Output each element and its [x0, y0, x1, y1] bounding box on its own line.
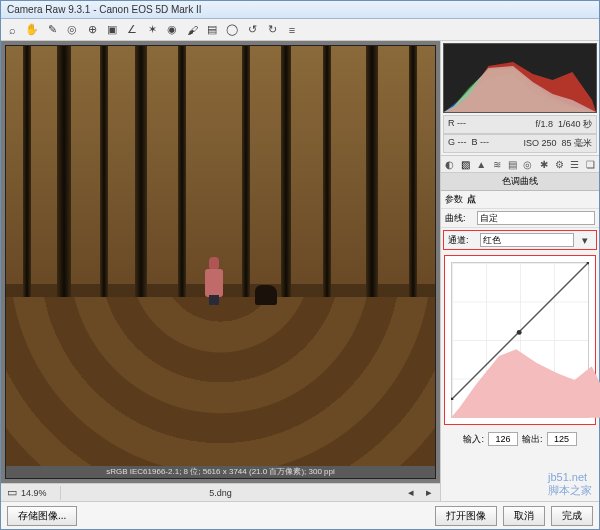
readout-r: ---	[457, 118, 466, 128]
rotate-cw-icon[interactable]: ↻	[265, 23, 279, 37]
subtab-point[interactable]: 点	[467, 193, 476, 206]
rgb-readout: R --- f/1.8 1/640 秒	[443, 115, 597, 134]
curve-preset-select[interactable]: 自定	[477, 211, 595, 225]
crop-icon[interactable]: ▣	[105, 23, 119, 37]
input-label: 输入:	[463, 433, 484, 446]
rotate-ccw-icon[interactable]: ↺	[245, 23, 259, 37]
channel-menu-icon[interactable]: ▾	[578, 233, 592, 247]
fit-icon[interactable]: ▭	[5, 486, 19, 500]
preview-area[interactable]: sRGB IEC61966-2.1; 8 位; 5616 x 3744 (21.…	[1, 41, 440, 483]
tree-trunk	[409, 46, 417, 305]
channel-select[interactable]: 红色	[480, 233, 574, 247]
tab-preset-icon[interactable]: ☰	[570, 158, 580, 170]
preview-image: sRGB IEC61966-2.1; 8 位; 5616 x 3744 (21.…	[5, 45, 436, 479]
tree-trunk	[135, 46, 147, 305]
zoom-level[interactable]: 14.9%	[21, 488, 47, 498]
adjust-brush-icon[interactable]: 🖌	[185, 23, 199, 37]
save-image-button[interactable]: 存储图像...	[7, 506, 77, 526]
grad-filter-icon[interactable]: ▤	[205, 23, 219, 37]
tone-curve-editor[interactable]	[444, 255, 596, 425]
tab-lens-icon[interactable]: ◎	[523, 158, 533, 170]
curve-label: 曲线:	[445, 212, 473, 225]
tab-hsl-icon[interactable]: ≋	[492, 158, 502, 170]
target-adjust-icon[interactable]: ⊕	[85, 23, 99, 37]
open-image-button[interactable]: 打开图像	[435, 506, 497, 526]
tree-trunk	[100, 46, 108, 305]
tab-basic-icon[interactable]: ◐	[445, 158, 455, 170]
tree-trunk	[57, 46, 71, 305]
svg-point-7	[517, 330, 522, 335]
camera-raw-window: Camera Raw 9.3.1 - Canon EOS 5D Mark II …	[0, 0, 600, 530]
tab-curve-icon[interactable]: ▧	[461, 158, 471, 170]
input-value[interactable]	[488, 432, 518, 446]
person	[203, 257, 225, 305]
zoom-icon[interactable]: ⌕	[5, 23, 19, 37]
panel-title: 色调曲线	[441, 173, 599, 191]
dog	[255, 285, 277, 305]
lens: 85 毫米	[561, 138, 592, 148]
tab-snap-icon[interactable]: ❏	[585, 158, 595, 170]
eyedropper-icon[interactable]: ✎	[45, 23, 59, 37]
iso-readout: G --- B --- ISO 250 85 毫米	[443, 134, 597, 153]
iso: ISO 250	[523, 138, 556, 148]
tab-split-icon[interactable]: ▤	[508, 158, 518, 170]
output-label: 输出:	[522, 433, 543, 446]
readout-b: ---	[480, 137, 489, 147]
tree-trunk	[178, 46, 186, 305]
straighten-icon[interactable]: ∠	[125, 23, 139, 37]
filename-label: 5.dng	[61, 488, 380, 498]
aperture: f/1.8	[535, 119, 553, 129]
curve-preset-row: 曲线: 自定	[441, 209, 599, 228]
side-panel: R --- f/1.8 1/640 秒 G --- B --- ISO 250 …	[441, 41, 599, 501]
rgb-histogram[interactable]	[443, 43, 597, 113]
main-body: sRGB IEC61966-2.1; 8 位; 5616 x 3744 (21.…	[1, 41, 599, 501]
done-button[interactable]: 完成	[551, 506, 593, 526]
curve-io-row: 输入: 输出:	[441, 428, 599, 450]
curve-line	[451, 262, 589, 400]
tree-trunk	[366, 46, 378, 305]
readout-g: ---	[458, 137, 467, 147]
toolbar: ⌕ ✋ ✎ ◎ ⊕ ▣ ∠ ✶ ◉ 🖌 ▤ ◯ ↺ ↻ ≡	[1, 19, 599, 41]
color-sampler-icon[interactable]: ◎	[65, 23, 79, 37]
tree-trunk	[23, 46, 31, 305]
tree-trunk	[281, 46, 291, 305]
tree-trunk	[242, 46, 250, 305]
tree-trunk	[323, 46, 331, 305]
tab-fx-icon[interactable]: ✱	[539, 158, 549, 170]
spot-removal-icon[interactable]: ✶	[145, 23, 159, 37]
preview-status-bar: ▭ 14.9% 5.dng ◂ ▸	[1, 483, 440, 501]
ground	[6, 297, 435, 478]
curve-grid	[451, 262, 589, 418]
hand-icon[interactable]: ✋	[25, 23, 39, 37]
subtab-param[interactable]: 参数	[445, 193, 463, 206]
redeye-icon[interactable]: ◉	[165, 23, 179, 37]
channel-label: 通道:	[448, 234, 476, 247]
cancel-button[interactable]: 取消	[503, 506, 545, 526]
panel-tab-strip: ◐ ▧ ▲ ≋ ▤ ◎ ✱ ⚙ ☰ ❏	[441, 155, 599, 173]
prefs-icon[interactable]: ≡	[285, 23, 299, 37]
subtab-row: 参数 点	[441, 191, 599, 209]
next-image-icon[interactable]: ▸	[422, 486, 436, 500]
tab-detail-icon[interactable]: ▲	[476, 158, 486, 170]
preview-column: sRGB IEC61966-2.1; 8 位; 5616 x 3744 (21.…	[1, 41, 441, 501]
radial-filter-icon[interactable]: ◯	[225, 23, 239, 37]
footer: 存储图像... 打开图像 取消 完成	[1, 501, 599, 529]
output-value[interactable]	[547, 432, 577, 446]
channel-row: 通道: 红色 ▾	[443, 230, 597, 250]
window-title: Camera Raw 9.3.1 - Canon EOS 5D Mark II	[7, 4, 202, 15]
tab-calib-icon[interactable]: ⚙	[554, 158, 564, 170]
image-info-line[interactable]: sRGB IEC61966-2.1; 8 位; 5616 x 3744 (21.…	[6, 466, 435, 478]
title-bar[interactable]: Camera Raw 9.3.1 - Canon EOS 5D Mark II	[1, 1, 599, 19]
shutter: 1/640 秒	[558, 119, 592, 129]
histogram-svg	[444, 44, 596, 112]
prev-image-icon[interactable]: ◂	[404, 486, 418, 500]
